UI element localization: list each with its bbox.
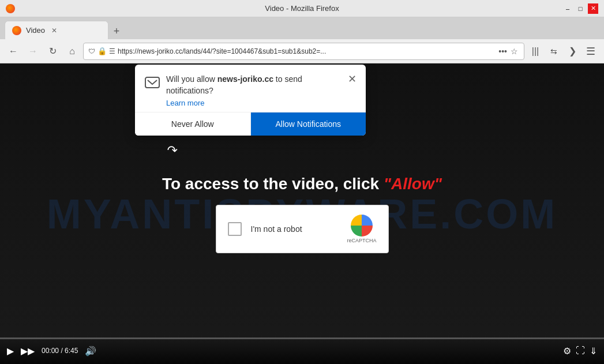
- cursor-indicator: ↶: [167, 143, 178, 158]
- video-prompt-text: To access to the video, click "Allow": [162, 175, 442, 193]
- reload-button[interactable]: ↻: [44, 43, 61, 60]
- play-button[interactable]: ▶: [7, 346, 14, 357]
- controls-right: ⚙ ⛶ ⇓: [563, 346, 597, 357]
- security-icon: 🛡: [88, 47, 95, 55]
- title-bar: Video - Mozilla Firefox – □ ✕: [0, 0, 604, 17]
- popup-site-name: news-joriko.cc: [217, 74, 273, 84]
- window-controls: – □ ✕: [562, 3, 598, 14]
- settings-button[interactable]: ⚙: [563, 346, 571, 357]
- volume-button[interactable]: 🔊: [85, 346, 96, 357]
- lock-icon: 🔒: [97, 47, 107, 55]
- sync-button[interactable]: ⇆: [545, 43, 562, 60]
- bookmark-button[interactable]: ☆: [509, 46, 519, 57]
- allow-notifications-button[interactable]: Allow Notifications: [251, 112, 366, 136]
- tab-favicon: [12, 26, 21, 35]
- captcha-checkbox[interactable]: [228, 222, 242, 236]
- window-title: Video - Mozilla Firefox: [265, 4, 339, 13]
- time-display: 00:00 / 6:45: [42, 347, 78, 355]
- tab-close-button[interactable]: ✕: [50, 26, 59, 35]
- video-text-before: To access to the video, click: [162, 175, 384, 193]
- notification-bell-icon: [144, 75, 160, 91]
- reader-view-icon: ☰: [109, 47, 115, 55]
- recaptcha-brand: reCAPTCHA: [347, 238, 376, 243]
- popup-buttons: Never Allow Allow Notifications: [135, 112, 366, 136]
- recaptcha-logo: reCAPTCHA: [347, 215, 376, 243]
- firefox-logo: [6, 4, 15, 13]
- recaptcha-icon: [351, 215, 373, 237]
- minimize-button[interactable]: –: [562, 3, 573, 14]
- svg-rect-0: [145, 77, 159, 88]
- notification-popup: Will you allow news-joriko.cc to send no…: [135, 65, 366, 136]
- url-bar[interactable]: 🛡 🔒 ☰ https://news-joriko.cc/lands/44/?s…: [83, 43, 524, 60]
- menu-button[interactable]: ☰: [582, 43, 599, 60]
- download-button[interactable]: ⇓: [590, 346, 597, 357]
- url-text: https://news-joriko.cc/lands/44/?site=10…: [118, 47, 495, 55]
- time-total: 6:45: [65, 347, 78, 355]
- video-controls: ▶ ▶▶ 00:00 / 6:45 🔊 ⚙ ⛶ ⇓: [0, 337, 604, 364]
- popup-message: Will you allow news-joriko.cc to send no…: [166, 74, 342, 96]
- home-button[interactable]: ⌂: [63, 43, 81, 60]
- nav-bar: ← → ↻ ⌂ 🛡 🔒 ☰ https://news-joriko.cc/lan…: [0, 39, 604, 63]
- content-area: MYANTISPYWARE.COM To access to the video…: [0, 63, 604, 364]
- progress-bar[interactable]: [0, 337, 604, 339]
- next-button[interactable]: ▶▶: [21, 346, 35, 357]
- popup-learn-more-link[interactable]: Learn more: [166, 99, 342, 107]
- back-button[interactable]: ←: [5, 43, 22, 60]
- fullscreen-button[interactable]: ⛶: [576, 346, 585, 357]
- popup-close-button[interactable]: ✕: [348, 74, 357, 84]
- toolbar-right: ||| ⇆ ❯ ☰: [527, 43, 599, 60]
- collections-button[interactable]: |||: [527, 43, 544, 60]
- recaptcha-box[interactable]: I'm not a robot reCAPTCHA: [216, 205, 389, 253]
- new-tab-button[interactable]: +: [108, 23, 125, 39]
- video-text-highlight: "Allow": [384, 175, 442, 193]
- maximize-button[interactable]: □: [575, 3, 586, 14]
- url-actions: ••• ☆: [497, 46, 519, 57]
- extensions-button[interactable]: ❯: [564, 43, 581, 60]
- popup-header: Will you allow news-joriko.cc to send no…: [135, 65, 366, 112]
- close-button[interactable]: ✕: [588, 3, 598, 14]
- captcha-label: I'm not a robot: [251, 224, 338, 234]
- never-allow-button[interactable]: Never Allow: [135, 112, 251, 136]
- tab-bar: Video ✕ +: [0, 17, 604, 39]
- url-more-button[interactable]: •••: [497, 46, 508, 57]
- tab-label: Video: [26, 26, 45, 35]
- time-current: 00:00: [42, 347, 59, 355]
- popup-text-area: Will you allow news-joriko.cc to send no…: [166, 74, 342, 107]
- forward-button[interactable]: →: [24, 43, 42, 60]
- popup-message-prefix: Will you allow: [166, 74, 217, 84]
- tab-video[interactable]: Video ✕: [5, 21, 108, 39]
